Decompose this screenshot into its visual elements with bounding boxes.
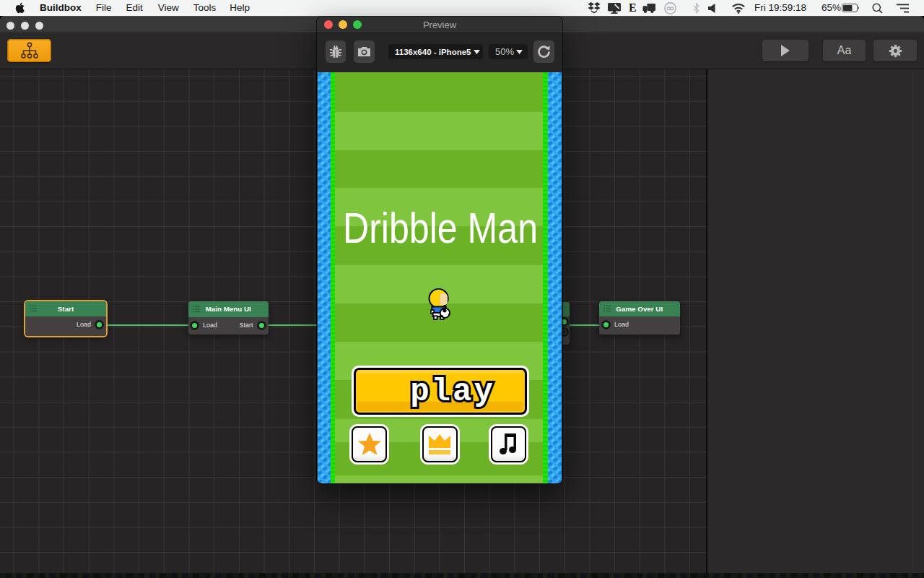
svg-text:play: play [410, 374, 495, 410]
